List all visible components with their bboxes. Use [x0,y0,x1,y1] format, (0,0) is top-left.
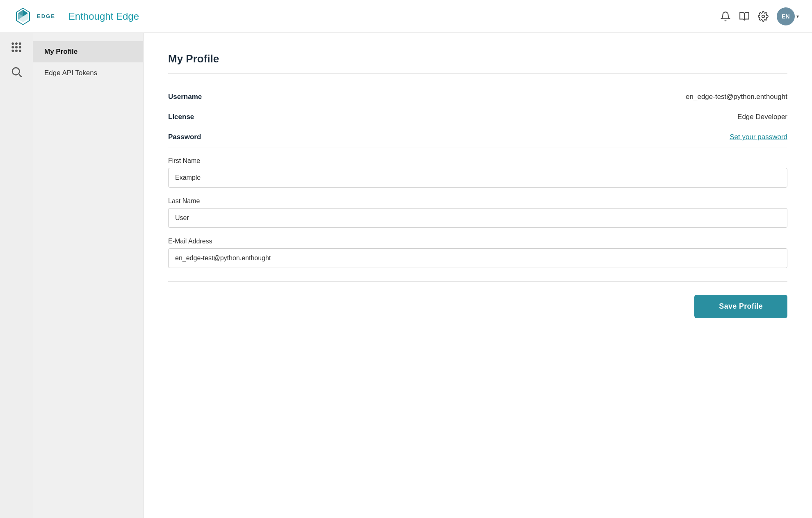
settings-icon[interactable] [758,11,769,22]
bottom-divider [168,281,787,282]
email-label: E-Mail Address [168,238,787,245]
username-value: en_edge-test@python.enthought [686,93,787,101]
nav-sidebar: My Profile Edge API Tokens [33,33,144,518]
last-name-label: Last Name [168,197,787,205]
page-title: My Profile [168,53,787,65]
svg-point-4 [16,43,17,44]
license-value: Edge Developer [737,113,787,121]
top-divider [168,73,787,74]
search-icon[interactable] [10,66,23,78]
svg-point-8 [19,46,21,48]
set-password-link[interactable]: Set your password [730,133,787,141]
svg-point-11 [19,50,21,52]
sidebar-item-my-profile[interactable]: My Profile [33,41,143,62]
bell-icon[interactable] [720,11,731,22]
layout: My Profile Edge API Tokens My Profile Us… [0,33,812,518]
apps-icon[interactable] [10,41,23,53]
password-row: Password Set your password [168,127,787,147]
svg-line-13 [19,74,21,77]
svg-point-6 [12,46,14,48]
username-label: Username [168,93,202,101]
header: EDGE Enthought Edge EN ▾ [0,0,812,33]
svg-point-10 [16,50,17,52]
logo: EDGE [13,7,55,26]
logo-text: EDGE [37,13,55,19]
dropdown-arrow-icon: ▾ [796,14,799,19]
save-profile-button[interactable]: Save Profile [694,295,787,318]
svg-point-5 [19,43,21,44]
book-icon[interactable] [739,11,750,22]
first-name-label: First Name [168,157,787,165]
svg-point-2 [762,15,765,18]
username-row: Username en_edge-test@python.enthought [168,87,787,107]
last-name-input[interactable] [168,208,787,228]
license-label: License [168,113,194,121]
icon-sidebar [0,33,33,518]
password-label: Password [168,133,201,141]
svg-point-3 [12,43,14,44]
email-group: E-Mail Address [168,238,787,268]
svg-point-7 [16,46,17,48]
email-input[interactable] [168,248,787,268]
first-name-input[interactable] [168,168,787,188]
user-menu[interactable]: EN ▾ [777,7,799,25]
first-name-group: First Name [168,157,787,188]
header-actions: EN ▾ [720,7,799,25]
header-title: Enthought Edge [68,11,720,22]
save-btn-row: Save Profile [168,295,787,318]
sidebar-item-edge-api-tokens[interactable]: Edge API Tokens [33,62,143,84]
license-row: License Edge Developer [168,107,787,127]
svg-point-12 [12,68,20,75]
last-name-group: Last Name [168,197,787,228]
svg-point-9 [12,50,14,52]
main-content: My Profile Username en_edge-test@python.… [144,33,812,518]
user-avatar: EN [777,7,795,25]
